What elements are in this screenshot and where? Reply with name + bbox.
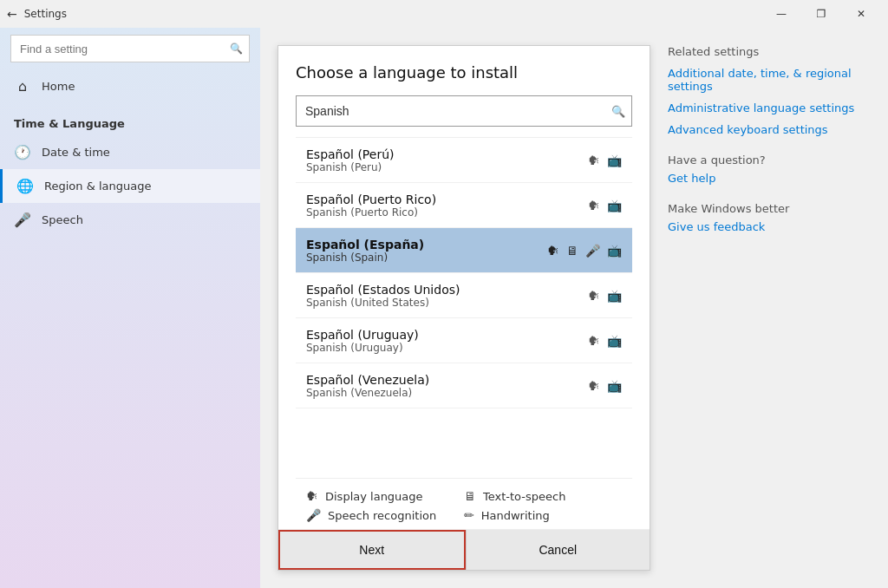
restore-button[interactable]: ❐ bbox=[801, 0, 841, 28]
text-to-speech-icon: 🖥 bbox=[464, 489, 476, 503]
admin-language-link[interactable]: Administrative language settings bbox=[668, 101, 859, 114]
search-icon: 🔍 bbox=[230, 42, 243, 55]
feature-handwriting: ✏ Handwriting bbox=[464, 508, 622, 522]
advanced-keyboard-link[interactable]: Advanced keyboard settings bbox=[668, 123, 859, 136]
feature-handwriting-label: Handwriting bbox=[481, 509, 550, 522]
feature-display-lang: 🗣 Display language bbox=[306, 489, 464, 503]
dialog-search-icon: 🔍 bbox=[611, 105, 625, 118]
language-item-espana[interactable]: Español (España) Spanish (Spain) 🗣 🖥 🎤 📺 bbox=[296, 228, 632, 273]
dialog-button-row: Next Cancel bbox=[278, 529, 650, 570]
get-help-link[interactable]: Get help bbox=[668, 172, 859, 185]
sidebar-item-region-label: Region & language bbox=[44, 180, 151, 193]
handwriting-icon: ✏ bbox=[464, 508, 474, 522]
sidebar-item-date-time-label: Date & time bbox=[42, 146, 110, 159]
main-content: Choose a language to install 🔍 Español (… bbox=[260, 28, 888, 588]
sidebar-item-date-time[interactable]: 🕐 Date & time bbox=[0, 135, 260, 169]
feature-speech-recognition: 🎤 Speech recognition bbox=[306, 508, 464, 522]
lang-icon-speech-pr: 🗣 bbox=[588, 199, 600, 212]
feature-text-to-speech: 🖥 Text-to-speech bbox=[464, 489, 622, 503]
sidebar-item-speech-label: Speech bbox=[42, 213, 83, 226]
have-question-section: Have a question? Get help bbox=[668, 154, 859, 185]
lang-subname-uy: Spanish (Uruguay) bbox=[306, 342, 588, 354]
cancel-button[interactable]: Cancel bbox=[466, 530, 650, 570]
lang-icon-mic-es: 🎤 bbox=[585, 244, 600, 258]
dialog-inner: Choose a language to install 🔍 Español (… bbox=[278, 46, 650, 529]
lang-name-puerto-rico: Español (Puerto Rico) bbox=[306, 193, 588, 206]
close-button[interactable]: ✕ bbox=[841, 0, 881, 28]
related-settings-title: Related settings bbox=[668, 45, 859, 58]
sidebar-item-home[interactable]: ⌂ Home bbox=[0, 69, 260, 103]
lang-name-eu: Español (Estados Unidos) bbox=[306, 283, 588, 297]
lang-subname-ve: Spanish (Venezuela) bbox=[306, 387, 588, 399]
lang-name-ve: Español (Venezuela) bbox=[306, 373, 588, 387]
lang-name-uy: Español (Uruguay) bbox=[306, 328, 588, 342]
lang-icon-speech-peru: 🗣 bbox=[588, 154, 600, 167]
home-icon: ⌂ bbox=[14, 78, 31, 95]
lang-icon-speech-uy: 🗣 bbox=[588, 334, 600, 348]
sidebar-section-title: Time & Language bbox=[0, 103, 260, 135]
feature-speech-label: Speech recognition bbox=[328, 509, 436, 522]
lang-subname-puerto-rico: Spanish (Puerto Rico) bbox=[306, 206, 588, 219]
make-better-section: Make Windows better Give us feedback bbox=[668, 202, 859, 233]
titlebar-title: Settings bbox=[24, 8, 67, 20]
language-list: Español (Perú) Spanish (Peru) 🗣 📺 Españo… bbox=[296, 137, 632, 478]
lang-icon-display-eu: 📺 bbox=[607, 289, 622, 303]
lang-icon-monitor-es: 🖥 bbox=[566, 244, 578, 258]
mic-icon: 🎤 bbox=[14, 212, 31, 228]
minimize-button[interactable]: — bbox=[761, 0, 801, 28]
have-question-label: Have a question? bbox=[668, 154, 859, 167]
language-item-venezuela[interactable]: Español (Venezuela) Spanish (Venezuela) … bbox=[296, 363, 632, 408]
sidebar: 🔍 ⌂ Home Time & Language 🕐 Date & time 🌐… bbox=[0, 28, 260, 588]
lang-icon-display-peru: 📺 bbox=[607, 154, 622, 167]
make-better-label: Make Windows better bbox=[668, 202, 859, 215]
language-item-puerto-rico[interactable]: Español (Puerto Rico) Spanish (Puerto Ri… bbox=[296, 183, 632, 228]
lang-icon-display-pr: 📺 bbox=[607, 199, 622, 212]
titlebar: ← Settings — ❐ ✕ bbox=[0, 0, 888, 28]
sidebar-item-home-label: Home bbox=[42, 80, 75, 93]
language-item-estados-unidos[interactable]: Español (Estados Unidos) Spanish (United… bbox=[296, 273, 632, 318]
feature-tts-label: Text-to-speech bbox=[483, 490, 565, 503]
lang-icon-speech-ve: 🗣 bbox=[588, 379, 600, 393]
language-item-uruguay[interactable]: Español (Uruguay) Spanish (Uruguay) 🗣 📺 bbox=[296, 318, 632, 363]
speech-recognition-icon: 🎤 bbox=[306, 508, 321, 522]
lang-name-peru: Español (Perú) bbox=[306, 147, 588, 161]
language-search-input[interactable] bbox=[296, 95, 632, 127]
lang-subname-peru: Spanish (Peru) bbox=[306, 161, 588, 173]
lang-subname-espana: Spanish (Spain) bbox=[306, 252, 547, 264]
lang-icon-speech-eu: 🗣 bbox=[588, 289, 600, 303]
lang-icon-speech-es: 🗣 bbox=[547, 244, 559, 258]
dialog-title: Choose a language to install bbox=[296, 63, 632, 82]
clock-icon: 🕐 bbox=[14, 144, 31, 160]
sidebar-search-container: 🔍 bbox=[10, 35, 250, 62]
display-lang-icon: 🗣 bbox=[306, 489, 318, 503]
globe-icon: 🌐 bbox=[16, 178, 34, 194]
next-button[interactable]: Next bbox=[278, 530, 466, 570]
lang-icon-display-es: 📺 bbox=[607, 244, 622, 258]
titlebar-left: ← Settings bbox=[7, 7, 67, 21]
sidebar-item-region-language[interactable]: 🌐 Region & language bbox=[0, 169, 260, 203]
feature-display-lang-label: Display language bbox=[325, 490, 423, 503]
sidebar-item-speech[interactable]: 🎤 Speech bbox=[0, 203, 260, 237]
dialog-search-container: 🔍 bbox=[296, 95, 632, 127]
install-language-dialog: Choose a language to install 🔍 Español (… bbox=[278, 45, 650, 571]
lang-name-espana: Español (España) bbox=[306, 238, 547, 252]
lang-icon-display-uy: 📺 bbox=[607, 334, 622, 348]
additional-datetime-link[interactable]: Additional date, time, & regional settin… bbox=[668, 67, 859, 93]
language-item-peru[interactable]: Español (Perú) Spanish (Peru) 🗣 📺 bbox=[296, 138, 632, 183]
app-body: 🔍 ⌂ Home Time & Language 🕐 Date & time 🌐… bbox=[0, 28, 888, 588]
right-panel: Related settings Additional date, time, … bbox=[668, 45, 859, 571]
back-button[interactable]: ← bbox=[7, 7, 17, 21]
lang-subname-eu: Spanish (United States) bbox=[306, 297, 588, 309]
features-row: 🗣 Display language 🖥 Text-to-speech 🎤 Sp… bbox=[296, 478, 632, 529]
search-input[interactable] bbox=[10, 35, 250, 62]
lang-icon-display-ve: 📺 bbox=[607, 379, 622, 393]
feedback-link[interactable]: Give us feedback bbox=[668, 220, 859, 233]
window-controls: — ❐ ✕ bbox=[761, 0, 881, 28]
